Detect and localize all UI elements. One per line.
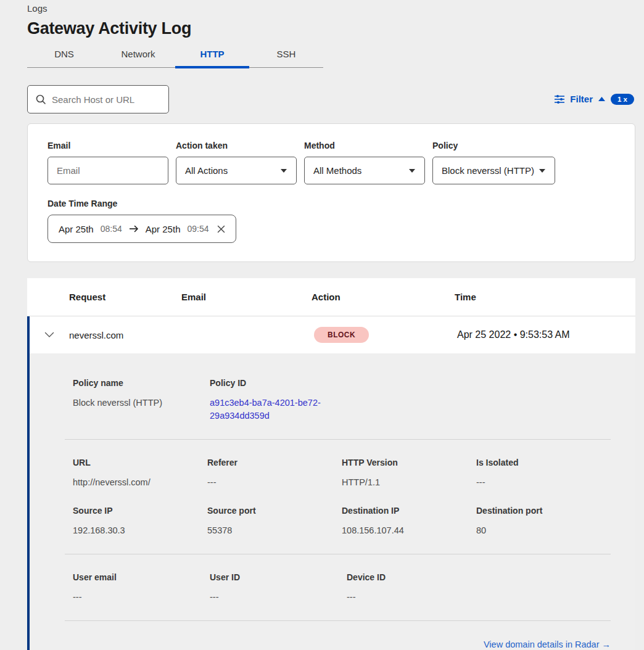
method-select[interactable]: All Methods bbox=[304, 157, 425, 184]
filter-panel: Email Action taken All Actions Method Al… bbox=[27, 123, 635, 262]
http-version-label: HTTP Version bbox=[342, 458, 466, 467]
action-taken-field: Action taken All Actions bbox=[176, 141, 297, 184]
policy-label: Policy bbox=[432, 141, 555, 150]
email-filter-label: Email bbox=[47, 141, 168, 150]
method-label: Method bbox=[304, 141, 425, 150]
policy-name-value: Block neverssl (HTTP) bbox=[73, 397, 200, 409]
filter-button[interactable]: Filter bbox=[570, 94, 593, 104]
action-taken-value: All Actions bbox=[185, 165, 228, 176]
action-taken-label: Action taken bbox=[176, 141, 297, 150]
user-id-value: --- bbox=[210, 591, 337, 604]
row-action: BLOCK bbox=[314, 327, 457, 343]
end-time[interactable]: 09:54 bbox=[187, 224, 208, 234]
radar-link-row: View domain details in Radar → bbox=[73, 621, 611, 650]
filter-controls[interactable]: Filter 1 x bbox=[554, 94, 635, 105]
end-date[interactable]: Apr 25th bbox=[146, 224, 181, 234]
chevron-down-icon[interactable] bbox=[44, 332, 54, 338]
column-header-email: Email bbox=[181, 292, 312, 302]
method-value: All Methods bbox=[313, 165, 361, 176]
user-id-label: User ID bbox=[210, 572, 337, 582]
policy-id-label: Policy ID bbox=[210, 378, 337, 388]
policy-select[interactable]: Block neverssl (HTTP) bbox=[432, 157, 555, 184]
date-time-range-field: Date Time Range Apr 25th 08:54 Apr 25th … bbox=[47, 199, 615, 243]
start-date[interactable]: Apr 25th bbox=[59, 224, 94, 234]
breadcrumb[interactable]: Logs bbox=[27, 0, 635, 14]
source-port-value: 55378 bbox=[207, 524, 332, 537]
source-port-label: Source port bbox=[207, 506, 332, 516]
user-section: User email --- User ID --- Device ID --- bbox=[73, 554, 611, 620]
caret-down-icon bbox=[280, 168, 287, 173]
caret-down-icon bbox=[408, 168, 416, 173]
destination-ip-label: Destination IP bbox=[342, 506, 466, 516]
http-version-value: HTTP/1.1 bbox=[342, 476, 466, 489]
tab-network[interactable]: Network bbox=[101, 49, 175, 67]
tab-ssh[interactable]: SSH bbox=[249, 49, 323, 67]
column-header-request: Request bbox=[27, 292, 181, 302]
date-range-picker[interactable]: Apr 25th 08:54 Apr 25th 09:54 bbox=[47, 215, 236, 243]
policy-value: Block neverssl (HTTP) bbox=[442, 165, 534, 176]
arrow-right-icon bbox=[129, 225, 139, 232]
user-email-label: User email bbox=[73, 572, 200, 582]
filter-count-badge[interactable]: 1 x bbox=[611, 94, 634, 105]
tab-bar: DNS Network HTTP SSH bbox=[27, 49, 323, 68]
column-header-time: Time bbox=[455, 292, 635, 302]
view-domain-details-radar-link[interactable]: View domain details in Radar → bbox=[484, 640, 611, 649]
destination-ip-value: 108.156.107.44 bbox=[342, 524, 466, 537]
url-value: http://neverssl.com/ bbox=[73, 476, 197, 489]
column-header-action: Action bbox=[312, 292, 455, 302]
source-ip-value: 192.168.30.3 bbox=[73, 524, 197, 537]
policy-id-link[interactable]: a91c3eb4-ba7a-4201-be72-29a934dd359d bbox=[210, 397, 324, 422]
search-input[interactable] bbox=[52, 94, 175, 105]
date-time-range-label: Date Time Range bbox=[47, 199, 615, 208]
referer-value: --- bbox=[207, 476, 332, 489]
action-taken-select[interactable]: All Actions bbox=[176, 157, 297, 184]
email-filter-field: Email bbox=[47, 141, 168, 184]
page-title: Gateway Activity Log bbox=[27, 19, 635, 38]
is-isolated-value: --- bbox=[476, 476, 601, 489]
caret-up-icon bbox=[598, 96, 606, 102]
tab-http[interactable]: HTTP bbox=[175, 49, 249, 67]
start-time[interactable]: 08:54 bbox=[101, 224, 122, 234]
referer-label: Referer bbox=[207, 458, 332, 467]
user-email-value: --- bbox=[73, 591, 200, 604]
tab-dns[interactable]: DNS bbox=[27, 49, 101, 67]
row-time: Apr 25 2022 • 9:53:53 AM bbox=[457, 329, 635, 340]
http-request-section: URL http://neverssl.com/ Referer --- HTT… bbox=[73, 440, 611, 506]
toolbar: Filter 1 x bbox=[27, 85, 635, 113]
filter-sliders-icon bbox=[554, 94, 565, 104]
table-header-row: Request Email Action Time bbox=[27, 278, 635, 316]
device-id-label: Device ID bbox=[347, 572, 474, 582]
email-filter-input[interactable] bbox=[47, 157, 168, 184]
device-id-value: --- bbox=[347, 591, 474, 604]
policy-section: Policy name Block neverssl (HTTP) Policy… bbox=[73, 378, 611, 439]
policy-name-label: Policy name bbox=[73, 378, 200, 388]
search-box[interactable] bbox=[27, 85, 169, 113]
network-section: Source IP 192.168.30.3 Source port 55378… bbox=[73, 506, 611, 554]
policy-field: Policy Block neverssl (HTTP) bbox=[432, 141, 555, 184]
table-row[interactable]: neverssl.com BLOCK Apr 25 2022 • 9:53:53… bbox=[27, 316, 635, 353]
expanded-row-details: Policy name Block neverssl (HTTP) Policy… bbox=[27, 353, 635, 650]
is-isolated-label: Is Isolated bbox=[476, 458, 601, 467]
search-icon bbox=[35, 94, 46, 105]
clear-date-range-icon[interactable] bbox=[217, 225, 225, 233]
gateway-activity-page: Logs Gateway Activity Log DNS Network HT… bbox=[0, 0, 644, 650]
method-field: Method All Methods bbox=[304, 141, 425, 184]
source-ip-label: Source IP bbox=[73, 506, 197, 516]
caret-down-icon bbox=[539, 168, 546, 173]
destination-port-label: Destination port bbox=[476, 506, 601, 516]
block-status-badge: BLOCK bbox=[314, 327, 369, 343]
activity-log-table: Request Email Action Time neverssl.com B… bbox=[27, 278, 635, 650]
destination-port-value: 80 bbox=[476, 524, 601, 537]
url-label: URL bbox=[73, 458, 197, 467]
